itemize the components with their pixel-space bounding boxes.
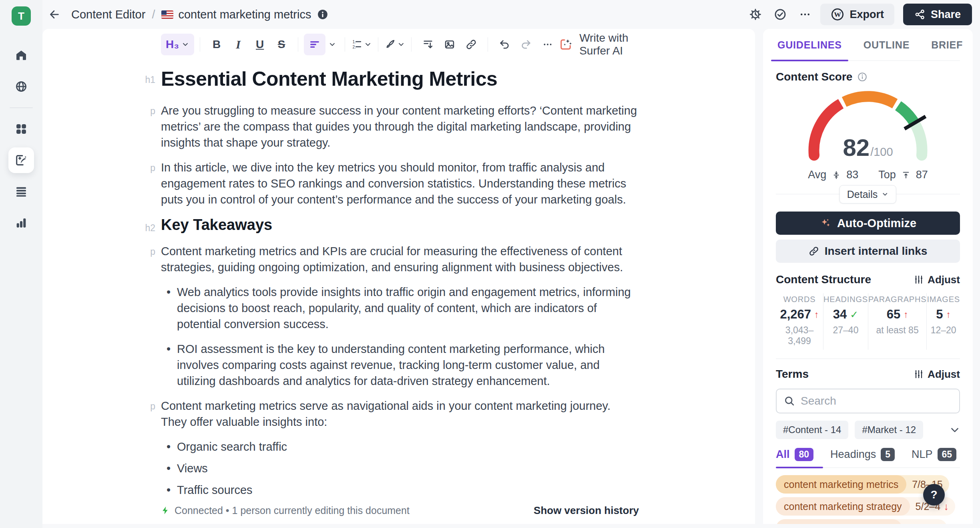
wordpress-icon: W [831,8,844,21]
strikethrough-button[interactable]: S [271,34,292,55]
stat-range: 27–40 [823,325,868,336]
us-flag-icon [161,10,173,19]
paragraph-block: p Content marketing metrics and KPIs are… [161,243,639,275]
alignment-dropdown[interactable] [325,34,339,55]
link-icon [809,246,819,256]
content-score-title: Content Score [776,71,852,83]
tab-brief[interactable]: BRIEF [930,39,964,60]
terms-title: Terms [776,368,809,381]
toolbar-divider [298,37,298,52]
search-input[interactable] [801,395,952,407]
heading-style-select[interactable]: H₃ [161,34,194,55]
terms-tab-label: NLP [912,448,933,461]
details-label: Details [847,189,878,200]
more-options-button[interactable] [795,5,815,24]
sidebar-item-home[interactable] [8,42,34,68]
terms-tab-headings[interactable]: Headings 5 [830,448,895,461]
bold-button[interactable]: B [206,34,227,55]
italic-button[interactable]: I [227,34,249,55]
paragraph-block: p Content marketing metrics serve as nav… [161,398,639,430]
breadcrumb-section[interactable]: Content Editor [71,8,145,21]
document-title[interactable]: content marketing metrics [178,8,311,21]
filter-chip-market[interactable]: #Market - 12 [855,421,923,439]
structure-adjust-button[interactable]: Adjust [914,274,960,286]
lightning-icon [161,505,170,516]
insert-break-button[interactable] [417,34,439,55]
trend-down-icon: ↓ [936,523,941,524]
details-button[interactable]: Details [839,185,896,204]
stat-label: WORDS [776,295,823,304]
breadcrumb-separator: / [152,8,155,21]
document-editor[interactable]: h1 Essential Content Marketing Metrics p… [42,60,755,499]
insert-link-button[interactable] [460,34,482,55]
paragraph-block: p Are you struggling to measure success … [161,103,639,151]
help-button[interactable]: ? [923,484,945,506]
grid-icon [15,123,28,135]
bullet-list: Web analytics tools provide insights int… [161,284,639,389]
sidebar-item-analytics[interactable] [8,210,34,236]
terms-tab-count: 65 [938,448,957,461]
show-version-history-link[interactable]: Show version history [534,504,639,517]
insert-internal-links-button[interactable]: Insert internal links [776,240,960,263]
share-label: Share [931,8,961,21]
list-button[interactable]: 1.2. [351,34,372,55]
editor-card: H₃ B I U S 1.2. [42,29,755,524]
info-icon[interactable] [857,72,868,82]
toolbar-divider [378,37,378,52]
sidebar-item-documents[interactable] [8,179,34,204]
terms-adjust-button[interactable]: Adjust [914,368,960,381]
settings-button[interactable] [746,5,765,24]
strikethrough-label: S [278,38,285,51]
stat-images: IMAGES 5↑ 12–20 [926,293,960,350]
back-button[interactable] [45,5,64,24]
tab-guidelines[interactable]: GUIDELINES [776,39,843,60]
underline-button[interactable]: U [249,34,271,55]
info-icon[interactable] [317,8,329,20]
toolbar-more-button[interactable] [537,34,558,55]
trend-up-icon: ↑ [814,309,819,320]
stat-label: HEADINGS [823,295,868,304]
stat-value: 2,267 [780,307,811,322]
doc-h2: Key Takeaways [161,216,639,234]
editor-toolbar: H₃ B I U S 1.2. [42,29,755,60]
terms-tab-nlp[interactable]: NLP 65 [912,448,956,461]
sliders-icon [914,275,924,284]
connection-status: Connected • 1 person currently editing t… [175,505,410,516]
image-icon [444,39,455,50]
alignment-button[interactable] [304,34,325,55]
stat-range: 12–20 [927,325,960,336]
checks-button[interactable] [771,5,790,24]
filter-chip-content[interactable]: #Content - 14 [776,421,848,439]
avg-icon [832,171,841,179]
export-button[interactable]: W Export [820,4,894,25]
term-chip[interactable]: content marketing efforts 7/3–4↓ [776,519,947,524]
doc-paragraph: Content marketing metrics and KPIs are c… [161,243,639,275]
sparkles-icon [819,217,831,229]
tab-outline[interactable]: OUTLINE [862,39,911,60]
trend-up-icon: ↑ [904,309,908,320]
gear-icon [749,8,762,21]
brush-button[interactable] [384,34,406,55]
auto-optimize-button[interactable]: Auto-Optimize [776,212,960,235]
term-chip[interactable]: content marketing metrics 7/8–15 [776,475,949,494]
terms-header: Terms Adjust [776,368,960,381]
content-structure-title: Content Structure [776,273,871,286]
terms-tab-all[interactable]: All 80 [776,448,813,461]
sidebar-item-content-editor[interactable] [8,147,34,173]
share-button[interactable]: Share [903,4,972,25]
expand-filters-button[interactable] [950,425,960,435]
workspace-avatar[interactable]: T [12,6,31,26]
details-divider: Details [776,194,960,204]
terms-tab-label: Headings [830,448,876,461]
insert-image-button[interactable] [439,34,460,55]
sidebar-item-domains[interactable] [8,74,34,99]
home-icon [15,49,28,62]
bold-label: B [213,38,221,51]
undo-button[interactable] [494,34,515,55]
bar-chart-icon [15,216,28,229]
term-count: 7/3–4 [908,523,933,524]
write-with-surfer-ai-button[interactable]: Write with Surfer AI [558,32,639,57]
section-divider [776,359,960,359]
sidebar-item-dashboard[interactable] [8,116,34,142]
redo-button[interactable] [515,34,537,55]
